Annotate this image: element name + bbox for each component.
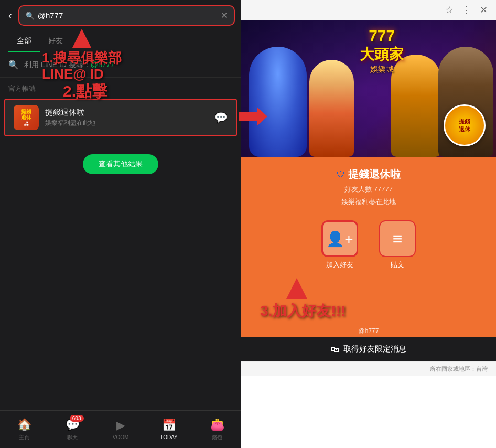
add-friend-box[interactable]: 👤+	[321, 220, 358, 257]
star-icon[interactable]: ☆	[445, 4, 454, 16]
search-hint-id: @h777	[91, 60, 114, 69]
char-princess	[309, 60, 354, 157]
account-row-wrapper: 提錢 退休 🏖 提錢退休啦 娛樂福利盡在此地 💬 2.點擊	[0, 97, 241, 138]
search-icon: 🔍	[26, 12, 35, 20]
bottom-action-bar[interactable]: 🛍 取得好友限定消息	[241, 337, 496, 361]
bag-icon: 🛍	[331, 345, 339, 354]
banner-777: 777	[360, 27, 404, 45]
show-more-button[interactable]: 查看其他結果	[83, 154, 158, 174]
game-banner: 777 大頭家 娛樂城 提錢 退休	[241, 20, 496, 157]
search-bar-row: ‹ 🔍 @h777 ✕	[0, 0, 241, 31]
browser-bar: ☆ ⋮ ✕	[241, 0, 496, 20]
nav-today[interactable]: 📅 TODAY	[145, 419, 193, 440]
char-genie	[249, 47, 307, 157]
nav-home-label: 主頁	[19, 434, 29, 441]
chat-icon-wrap: 💬 603	[66, 418, 80, 432]
search-hint-row: 🔍 利用 LINE ID 搜尋：@h777	[0, 52, 241, 78]
official-account-item[interactable]: 提錢 退休 🏖 提錢退休啦 娛樂福利盡在此地 💬	[4, 99, 237, 136]
banner-title: 大頭家	[360, 45, 404, 65]
profile-desc: 娛樂福利盡在此地	[341, 197, 396, 207]
profile-name-row: 🛡 提錢退休啦	[337, 167, 401, 182]
avatar-text-1: 提錢	[21, 109, 31, 114]
handle-label: @h777	[241, 325, 496, 337]
verified-icon: 🛡	[337, 170, 345, 179]
tab-all[interactable]: 全部	[8, 31, 40, 52]
nav-voom-label: VOOM	[113, 434, 129, 440]
nav-today-label: TODAY	[160, 434, 178, 440]
avatar-text-2: 退休	[21, 114, 31, 120]
arrow-up-join-wrap: 3.加入好友!!!	[250, 278, 488, 321]
action-buttons-row: 👤+ 加入好友 ≡ 貼文	[241, 215, 496, 278]
badge-line1: 提錢	[459, 118, 470, 125]
profile-name: 提錢退休啦	[348, 167, 401, 182]
add-friend-icon: 👤+	[326, 230, 353, 248]
bottom-nav: 🏠 主頁 💬 603 聊天 ▶ VOOM 📅 TODAY 👛 錢包	[0, 410, 241, 448]
voom-icon: ▶	[116, 419, 125, 432]
left-panel: ‹ 🔍 @h777 ✕ 1.搜尋俱樂部 LINE@ ID 全部 好友 🔍 利用 …	[0, 0, 241, 448]
country-footer: 所在國家或地區：台灣	[241, 361, 496, 376]
section-label: 官方帳號	[0, 78, 241, 97]
tab-friends[interactable]: 好友	[40, 31, 71, 52]
posts-label: 貼文	[391, 260, 404, 270]
back-button[interactable]: ‹	[6, 7, 14, 24]
wallet-icon: 👛	[210, 418, 224, 432]
nav-voom[interactable]: ▶ VOOM	[96, 419, 145, 440]
account-avatar: 提錢 退休 🏖	[14, 105, 39, 130]
posts-icon: ≡	[393, 229, 403, 249]
game-title-overlay: 777 大頭家 娛樂城	[360, 27, 404, 74]
annotation-text-3: 3.加入好友!!!	[260, 301, 346, 321]
account-desc: 娛樂福利盡在此地	[45, 119, 214, 127]
annotation-join-area: 3.加入好友!!!	[241, 278, 496, 325]
nav-wallet[interactable]: 👛 錢包	[193, 418, 241, 441]
search-input-wrap[interactable]: 🔍 @h777 ✕	[18, 5, 235, 26]
banner-badge: 提錢 退休	[444, 104, 486, 146]
tabs-row: 全部 好友	[0, 31, 241, 52]
chat-bubble-icon: 💬	[214, 111, 228, 124]
right-panel: ☆ ⋮ ✕ 777 大頭家 娛樂城 提錢 退休	[241, 0, 496, 448]
profile-friends: 好友人數 77777	[344, 185, 393, 194]
nav-chat-label: 聊天	[67, 434, 78, 441]
posts-button[interactable]: ≡ 貼文	[379, 220, 416, 270]
chat-badge: 603	[70, 415, 84, 422]
close-icon[interactable]: ✕	[480, 4, 488, 16]
add-friend-label: 加入好友	[326, 260, 353, 270]
search-small-icon: 🔍	[8, 60, 19, 70]
bottom-bar-text: 取得好友限定消息	[343, 344, 406, 354]
profile-section: 🛡 提錢退休啦 好友人數 77777 娛樂福利盡在此地	[241, 157, 496, 215]
account-name: 提錢退休啦	[45, 108, 214, 118]
clear-button[interactable]: ✕	[221, 10, 228, 20]
nav-home[interactable]: 🏠 主頁	[0, 418, 48, 441]
arrow-up-join-icon	[286, 278, 307, 299]
add-friend-button[interactable]: 👤+ 加入好友	[321, 220, 358, 270]
home-icon: 🏠	[17, 418, 31, 432]
nav-chat[interactable]: 💬 603 聊天	[48, 418, 96, 441]
search-hint-text: 利用 LINE ID 搜尋：@h777	[24, 60, 114, 70]
account-info: 提錢退休啦 娛樂福利盡在此地	[45, 108, 214, 127]
avatar-icon: 🏖	[21, 121, 31, 126]
badge-line2: 退休	[459, 125, 470, 133]
today-icon: 📅	[162, 419, 176, 432]
more-icon[interactable]: ⋮	[462, 4, 471, 16]
nav-wallet-label: 錢包	[212, 434, 222, 441]
banner-subtitle: 娛樂城	[360, 65, 404, 74]
posts-box[interactable]: ≡	[379, 220, 416, 257]
search-input[interactable]: @h777	[38, 11, 221, 20]
